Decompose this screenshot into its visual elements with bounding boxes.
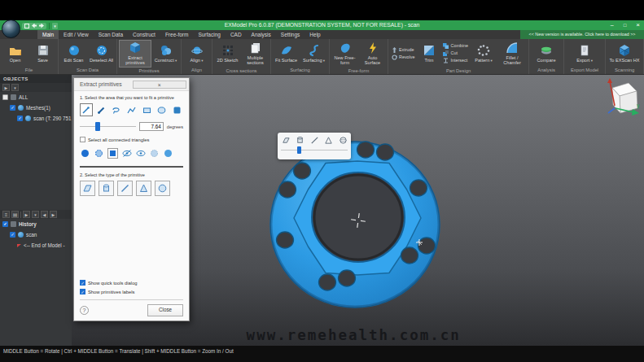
tab-surfacing[interactable]: Surfacing: [193, 30, 225, 39]
tree-item-all[interactable]: ALL: [0, 92, 72, 102]
history-item-end[interactable]: <-- End of Model -: [0, 240, 72, 251]
history-root[interactable]: History: [0, 219, 72, 229]
undo-icon[interactable]: [32, 24, 37, 28]
tab-settings[interactable]: Settings: [276, 30, 305, 39]
line-tool-icon[interactable]: [310, 136, 319, 145]
trim-button[interactable]: Trim: [417, 42, 440, 64]
rectangle-tool[interactable]: [140, 103, 153, 116]
scan-checkbox[interactable]: [17, 116, 23, 121]
edit-scan-button[interactable]: Edit Scan: [60, 42, 87, 64]
filter-icon[interactable]: [11, 84, 19, 91]
fit-surface-button[interactable]: Fit Surface: [273, 42, 300, 64]
line-primitive-button[interactable]: [117, 181, 133, 196]
select-through-icon[interactable]: [94, 148, 104, 159]
tab-edit-view[interactable]: Edit / View: [59, 30, 94, 39]
history-item-scan[interactable]: scan: [0, 229, 72, 240]
expand-all-icon[interactable]: [2, 84, 10, 91]
show-selection-icon[interactable]: [135, 148, 146, 159]
history-filter-icon[interactable]: [32, 211, 39, 218]
tab-main[interactable]: Main: [37, 30, 59, 39]
surfacing-button[interactable]: Surfacing: [300, 42, 327, 64]
customize-toolbar-icon[interactable]: [52, 23, 58, 29]
history-scan-checkbox[interactable]: [10, 232, 15, 238]
polyline-tool[interactable]: [125, 103, 138, 116]
align-button[interactable]: Align: [183, 42, 210, 64]
save-button[interactable]: Save: [29, 42, 56, 64]
angle-slider-handle[interactable]: [95, 122, 100, 131]
list-view-icon[interactable]: [2, 211, 10, 218]
cylinder-primitive-button[interactable]: [99, 181, 114, 196]
lasso-tool[interactable]: [110, 103, 123, 116]
redo-icon[interactable]: [39, 24, 44, 28]
app-logo-icon[interactable]: [2, 20, 20, 38]
tab-free-form[interactable]: Free-form: [160, 30, 194, 39]
revolve-button[interactable]: Revolve: [392, 55, 414, 60]
open-button[interactable]: Open: [2, 42, 28, 64]
step-first-icon[interactable]: [41, 211, 48, 218]
tree-view-icon[interactable]: [11, 211, 19, 218]
labels-checkbox[interactable]: [80, 289, 85, 294]
2d-sketch-button[interactable]: 2D Sketch: [214, 42, 241, 64]
cone-tool-icon[interactable]: [324, 136, 333, 145]
step-last-icon[interactable]: [50, 211, 57, 218]
pattern-button[interactable]: Pattern: [471, 42, 497, 64]
tab-cad[interactable]: CAD: [226, 30, 247, 39]
plane-primitive-button[interactable]: [80, 181, 95, 196]
extrude-button[interactable]: Extrude: [392, 47, 414, 53]
save-icon[interactable]: [24, 24, 29, 28]
history-checkbox[interactable]: [2, 221, 8, 227]
all-checkbox[interactable]: [2, 94, 8, 100]
hide-selection-icon[interactable]: [121, 148, 132, 159]
dialog-close-icon[interactable]: [133, 81, 187, 89]
export-button[interactable]: Export: [566, 42, 603, 64]
fillet-chamfer-button[interactable]: Fillet / Chamfer: [497, 40, 527, 68]
quick-slider-handle[interactable]: [297, 146, 301, 154]
solid-mode-icon[interactable]: [163, 148, 173, 159]
quick-slider-track[interactable]: [281, 150, 348, 150]
meshes-checkbox[interactable]: [10, 105, 15, 111]
dialog-titlebar[interactable]: Extract primitives: [74, 78, 189, 91]
tab-analysis[interactable]: Analysis: [247, 30, 276, 39]
cut-button[interactable]: Cut: [443, 50, 468, 56]
select-box-mode-icon[interactable]: [107, 148, 118, 159]
combine-button[interactable]: Combine: [443, 43, 468, 49]
new-free-form-button[interactable]: New Free-form: [331, 40, 358, 68]
help-icon[interactable]: ?: [80, 306, 89, 315]
quick-tools-checkbox-row[interactable]: Show quick tools dialog: [80, 280, 183, 286]
close-dialog-button[interactable]: Close: [147, 304, 183, 316]
brush-tool[interactable]: [95, 103, 108, 116]
quick-tools-checkbox[interactable]: [80, 280, 85, 286]
close-button[interactable]: [636, 20, 640, 30]
connected-checkbox-row[interactable]: Select all connected triangles: [80, 137, 183, 142]
construct-button[interactable]: Construct: [152, 42, 179, 64]
ellipse-tool[interactable]: [156, 103, 169, 116]
paint-select-tool[interactable]: [170, 103, 183, 116]
flange-model[interactable]: [270, 142, 440, 307]
labels-checkbox-row[interactable]: Show primitives labels: [80, 289, 183, 294]
intersect-button[interactable]: Intersect: [443, 58, 468, 63]
pick-tool[interactable]: [80, 103, 93, 116]
orientation-axes[interactable]: y: [607, 78, 640, 116]
extract-primitives-button[interactable]: Extract primitives: [119, 40, 151, 68]
plane-tool-icon[interactable]: [281, 136, 290, 145]
to-exscan-hx-button[interactable]: To EXScan HX: [607, 42, 642, 64]
tab-construct[interactable]: Construct: [128, 30, 160, 39]
sphere-tool-icon[interactable]: [339, 136, 348, 145]
select-visible-icon[interactable]: [80, 148, 90, 159]
compare-button[interactable]: Compare: [531, 42, 562, 64]
maximize-button[interactable]: [624, 20, 627, 30]
sphere-primitive-button[interactable]: [155, 181, 170, 196]
tree-item-scan[interactable]: scan (T: 290 751: [0, 113, 72, 124]
tree-item-meshes[interactable]: Meshes(1): [0, 102, 72, 113]
cone-primitive-button[interactable]: [136, 181, 151, 196]
auto-surface-button[interactable]: Auto Surface: [359, 40, 386, 68]
replay-icon[interactable]: [23, 211, 30, 218]
cylinder-tool-icon[interactable]: [296, 136, 304, 145]
multiple-sections-button[interactable]: Multiple sections: [242, 40, 269, 68]
stipple-mode-icon[interactable]: [149, 148, 160, 159]
angle-slider-track[interactable]: [80, 126, 136, 127]
update-banner[interactable]: << New version is available. Click here …: [520, 30, 644, 39]
connected-checkbox[interactable]: [80, 137, 85, 142]
minimize-button[interactable]: [611, 20, 614, 30]
tab-scan-data[interactable]: Scan Data: [94, 30, 128, 39]
